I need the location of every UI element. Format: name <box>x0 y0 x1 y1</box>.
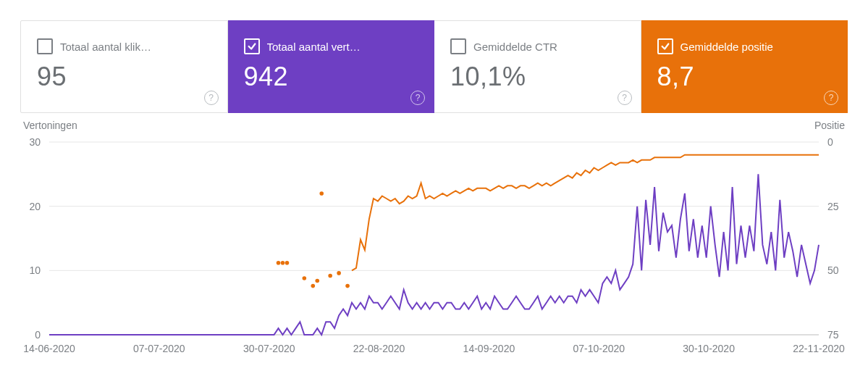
svg-text:0: 0 <box>35 329 41 341</box>
svg-point-25 <box>303 276 307 280</box>
svg-text:Positie: Positie <box>814 120 845 131</box>
svg-point-26 <box>311 284 315 288</box>
svg-point-27 <box>315 279 319 283</box>
help-icon[interactable]: ? <box>204 91 219 105</box>
svg-text:25: 25 <box>827 201 839 212</box>
svg-text:75: 75 <box>827 329 839 341</box>
chart-area: VertoningenPositie0102030025507514-06-20… <box>0 113 868 371</box>
search-performance-panel: Totaal aantal klik… 95 ? Totaal aantal v… <box>0 0 868 371</box>
checkbox-icon <box>657 38 673 54</box>
card-value: 942 <box>244 62 420 92</box>
svg-text:14-09-2020: 14-09-2020 <box>463 343 515 354</box>
card-avg-ctr[interactable]: Gemiddelde CTR 10,1% ? <box>434 20 641 113</box>
svg-point-23 <box>281 261 285 265</box>
card-total-impressions[interactable]: Totaal aantal vert… 942 ? <box>228 20 435 113</box>
svg-point-29 <box>328 274 332 278</box>
card-label: Gemiddelde positie <box>681 41 773 53</box>
svg-point-22 <box>277 261 281 265</box>
svg-text:22-11-2020: 22-11-2020 <box>793 343 845 354</box>
card-value: 8,7 <box>657 62 833 92</box>
help-icon[interactable]: ? <box>824 91 838 105</box>
svg-point-28 <box>319 191 324 196</box>
card-label: Totaal aantal vert… <box>267 41 361 53</box>
checkbox-icon <box>244 38 260 54</box>
svg-text:50: 50 <box>827 264 839 276</box>
svg-point-24 <box>285 261 290 265</box>
svg-text:10: 10 <box>29 264 41 276</box>
card-label: Totaal aantal klik… <box>60 41 151 53</box>
svg-point-31 <box>345 284 350 288</box>
card-label: Gemiddelde CTR <box>473 41 557 53</box>
metric-cards: Totaal aantal klik… 95 ? Totaal aantal v… <box>0 0 868 113</box>
svg-text:07-10-2020: 07-10-2020 <box>573 343 625 354</box>
checkbox-icon <box>37 38 53 54</box>
checkbox-icon <box>450 38 466 54</box>
card-value: 95 <box>37 62 213 92</box>
help-icon[interactable]: ? <box>618 91 632 105</box>
card-value: 10,1% <box>450 62 626 92</box>
card-total-clicks[interactable]: Totaal aantal klik… 95 ? <box>20 20 228 113</box>
svg-text:07-07-2020: 07-07-2020 <box>133 343 185 354</box>
performance-chart: VertoningenPositie0102030025507514-06-20… <box>0 113 868 371</box>
svg-point-30 <box>337 271 341 275</box>
svg-text:0: 0 <box>827 136 833 148</box>
svg-text:30: 30 <box>29 136 41 148</box>
svg-text:20: 20 <box>29 201 41 212</box>
svg-text:30-10-2020: 30-10-2020 <box>683 343 735 354</box>
card-avg-position[interactable]: Gemiddelde positie 8,7 ? <box>641 20 848 113</box>
help-icon[interactable]: ? <box>410 91 425 105</box>
svg-text:30-07-2020: 30-07-2020 <box>243 343 295 354</box>
svg-text:Vertoningen: Vertoningen <box>23 120 77 131</box>
svg-text:22-08-2020: 22-08-2020 <box>353 343 405 354</box>
svg-text:14-06-2020: 14-06-2020 <box>23 343 75 354</box>
